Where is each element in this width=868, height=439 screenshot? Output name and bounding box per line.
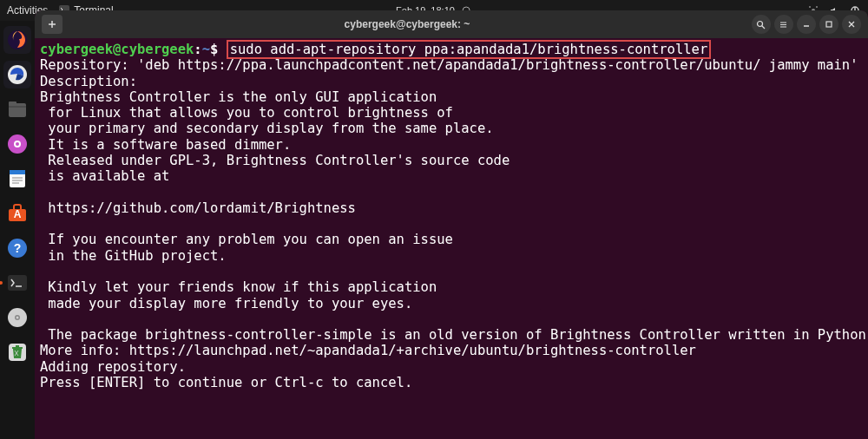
dock-rhythmbox[interactable] — [3, 130, 31, 158]
svg-point-17 — [16, 142, 19, 146]
maximize-button[interactable] — [819, 15, 838, 34]
dock: A ? — [0, 21, 35, 439]
svg-rect-27 — [8, 275, 27, 291]
new-tab-button[interactable] — [42, 15, 62, 34]
svg-rect-34 — [16, 345, 19, 347]
prompt-user-host: cybergeek@cybergeek — [40, 42, 194, 57]
prompt-colon: : — [194, 42, 201, 57]
minimize-button[interactable] — [797, 15, 816, 34]
prompt-path: ~ — [202, 42, 210, 57]
svg-rect-13 — [9, 102, 16, 106]
svg-text:A: A — [14, 208, 22, 220]
svg-rect-14 — [9, 106, 26, 108]
dock-terminal[interactable] — [3, 269, 31, 297]
dock-help[interactable]: ? — [3, 234, 31, 262]
terminal-output: Repository: 'deb https://ppa.launchpadco… — [40, 57, 868, 390]
terminal-window: cybergeek@cybergeek: ~ cybergeek@cyberge… — [35, 10, 868, 439]
svg-point-4 — [809, 6, 811, 8]
dock-disc[interactable] — [3, 304, 31, 331]
window-title: cybergeek@cybergeek: ~ — [345, 18, 470, 30]
svg-rect-19 — [10, 170, 25, 174]
menu-button[interactable] — [774, 15, 793, 34]
svg-rect-33 — [12, 347, 23, 349]
svg-point-5 — [816, 6, 818, 8]
terminal-body[interactable]: cybergeek@cybergeek:~$ sudo add-apt-repo… — [35, 38, 868, 439]
svg-point-37 — [758, 21, 763, 26]
dock-files[interactable] — [3, 95, 31, 123]
svg-line-38 — [762, 26, 765, 29]
dock-libreoffice[interactable] — [3, 165, 31, 193]
highlighted-command: sudo add-apt-repository ppa:apandada1/br… — [227, 40, 712, 59]
svg-rect-43 — [826, 22, 832, 27]
dock-thunderbird[interactable] — [3, 61, 31, 88]
title-bar: cybergeek@cybergeek: ~ — [35, 10, 868, 38]
svg-point-31 — [16, 317, 19, 319]
dock-trash[interactable] — [3, 338, 31, 366]
title-bar-right — [752, 15, 861, 34]
dock-software[interactable]: A — [3, 200, 31, 227]
prompt-dollar: $ — [210, 42, 218, 57]
close-button[interactable] — [842, 15, 861, 34]
svg-text:?: ? — [14, 241, 22, 255]
search-button[interactable] — [752, 15, 771, 34]
dock-firefox[interactable] — [3, 26, 31, 54]
title-bar-left — [42, 15, 62, 34]
